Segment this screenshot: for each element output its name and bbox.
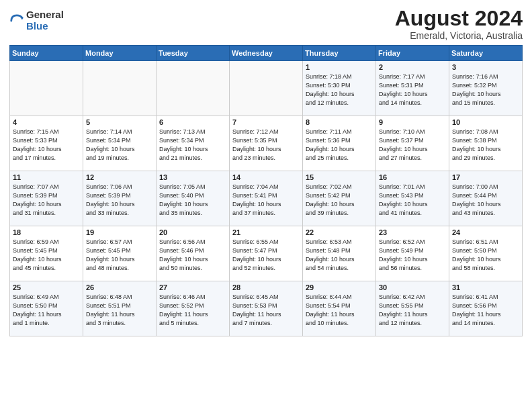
day-number: 13 [159, 173, 226, 181]
calendar-cell: 4Sunrise: 7:15 AM Sunset: 5:33 PM Daylig… [10, 116, 83, 171]
calendar-cell: 8Sunrise: 7:11 AM Sunset: 5:36 PM Daylig… [303, 116, 376, 171]
calendar-cell [157, 61, 230, 116]
day-number: 2 [379, 63, 446, 71]
day-number: 6 [159, 118, 226, 126]
calendar-cell: 23Sunrise: 6:52 AM Sunset: 5:49 PM Dayli… [376, 226, 449, 281]
calendar-week-row-5: 25Sunrise: 6:49 AM Sunset: 5:50 PM Dayli… [10, 281, 523, 336]
day-number: 31 [452, 283, 519, 291]
calendar-week-row-1: 1Sunrise: 7:18 AM Sunset: 5:30 PM Daylig… [10, 61, 523, 116]
day-number: 11 [13, 173, 80, 181]
calendar-cell: 25Sunrise: 6:49 AM Sunset: 5:50 PM Dayli… [10, 281, 83, 336]
day-info: Sunrise: 6:59 AM Sunset: 5:45 PM Dayligh… [13, 238, 80, 273]
day-number: 15 [306, 173, 373, 181]
calendar-cell: 10Sunrise: 7:08 AM Sunset: 5:38 PM Dayli… [449, 116, 523, 171]
title-area: August 2024 Emerald, Victoria, Australia [395, 7, 523, 41]
day-info: Sunrise: 7:08 AM Sunset: 5:38 PM Dayligh… [452, 128, 519, 163]
calendar-cell [10, 61, 83, 116]
day-number: 9 [379, 118, 446, 126]
header-saturday: Saturday [449, 46, 523, 61]
logo-general-text: General [26, 9, 64, 21]
header-friday: Friday [376, 46, 449, 61]
calendar-cell: 27Sunrise: 6:46 AM Sunset: 5:52 PM Dayli… [157, 281, 230, 336]
day-number: 19 [86, 228, 153, 236]
calendar-cell: 5Sunrise: 7:14 AM Sunset: 5:34 PM Daylig… [83, 116, 157, 171]
calendar-cell: 11Sunrise: 7:07 AM Sunset: 5:39 PM Dayli… [10, 171, 83, 226]
calendar-cell: 1Sunrise: 7:18 AM Sunset: 5:30 PM Daylig… [303, 61, 376, 116]
day-info: Sunrise: 6:56 AM Sunset: 5:46 PM Dayligh… [159, 238, 226, 273]
calendar-cell: 19Sunrise: 6:57 AM Sunset: 5:45 PM Dayli… [83, 226, 157, 281]
calendar-cell: 29Sunrise: 6:44 AM Sunset: 5:54 PM Dayli… [303, 281, 376, 336]
day-info: Sunrise: 7:05 AM Sunset: 5:40 PM Dayligh… [159, 183, 226, 218]
calendar-cell: 15Sunrise: 7:02 AM Sunset: 5:42 PM Dayli… [303, 171, 376, 226]
calendar-cell: 16Sunrise: 7:01 AM Sunset: 5:43 PM Dayli… [376, 171, 449, 226]
day-number: 24 [452, 228, 519, 236]
calendar-cell: 17Sunrise: 7:00 AM Sunset: 5:44 PM Dayli… [449, 171, 523, 226]
calendar-cell: 13Sunrise: 7:05 AM Sunset: 5:40 PM Dayli… [157, 171, 230, 226]
day-number: 20 [159, 228, 226, 236]
day-info: Sunrise: 7:10 AM Sunset: 5:37 PM Dayligh… [379, 128, 446, 163]
day-info: Sunrise: 7:07 AM Sunset: 5:39 PM Dayligh… [13, 183, 80, 218]
day-number: 27 [159, 283, 226, 291]
day-info: Sunrise: 6:55 AM Sunset: 5:47 PM Dayligh… [232, 238, 300, 273]
day-info: Sunrise: 6:44 AM Sunset: 5:54 PM Dayligh… [306, 293, 373, 328]
day-info: Sunrise: 7:17 AM Sunset: 5:31 PM Dayligh… [379, 73, 446, 107]
header-sunday: Sunday [10, 46, 83, 61]
day-number: 23 [379, 228, 446, 236]
day-info: Sunrise: 7:06 AM Sunset: 5:39 PM Dayligh… [86, 183, 153, 218]
day-number: 29 [306, 283, 373, 291]
day-info: Sunrise: 6:53 AM Sunset: 5:48 PM Dayligh… [306, 238, 373, 273]
calendar-cell: 6Sunrise: 7:13 AM Sunset: 5:34 PM Daylig… [157, 116, 230, 171]
day-info: Sunrise: 7:04 AM Sunset: 5:41 PM Dayligh… [232, 183, 300, 218]
calendar-cell: 14Sunrise: 7:04 AM Sunset: 5:41 PM Dayli… [230, 171, 303, 226]
calendar-cell: 21Sunrise: 6:55 AM Sunset: 5:47 PM Dayli… [230, 226, 303, 281]
day-info: Sunrise: 7:12 AM Sunset: 5:35 PM Dayligh… [232, 128, 300, 163]
calendar-cell: 26Sunrise: 6:48 AM Sunset: 5:51 PM Dayli… [83, 281, 157, 336]
header-monday: Monday [83, 46, 157, 61]
calendar-cell: 31Sunrise: 6:41 AM Sunset: 5:56 PM Dayli… [449, 281, 523, 336]
day-info: Sunrise: 6:57 AM Sunset: 5:45 PM Dayligh… [86, 238, 153, 273]
day-number: 26 [86, 283, 153, 291]
logo-text: General Blue [26, 9, 64, 32]
calendar-cell: 28Sunrise: 6:45 AM Sunset: 5:53 PM Dayli… [230, 281, 303, 336]
calendar-cell [83, 61, 157, 116]
day-info: Sunrise: 7:11 AM Sunset: 5:36 PM Dayligh… [306, 128, 373, 163]
calendar-week-row-2: 4Sunrise: 7:15 AM Sunset: 5:33 PM Daylig… [10, 116, 523, 171]
day-info: Sunrise: 7:00 AM Sunset: 5:44 PM Dayligh… [452, 183, 519, 218]
calendar-cell: 12Sunrise: 7:06 AM Sunset: 5:39 PM Dayli… [83, 171, 157, 226]
day-number: 18 [13, 228, 80, 236]
calendar-cell: 22Sunrise: 6:53 AM Sunset: 5:48 PM Dayli… [303, 226, 376, 281]
day-number: 4 [13, 118, 80, 126]
day-headers-row: Sunday Monday Tuesday Wednesday Thursday… [10, 46, 523, 61]
day-info: Sunrise: 7:13 AM Sunset: 5:34 PM Dayligh… [159, 128, 226, 163]
day-number: 14 [232, 173, 300, 181]
logo: General Blue [9, 9, 64, 32]
day-info: Sunrise: 7:01 AM Sunset: 5:43 PM Dayligh… [379, 183, 446, 218]
day-number: 3 [452, 63, 519, 71]
header: General Blue August 2024 Emerald, Victor… [9, 7, 523, 41]
day-number: 1 [306, 63, 373, 71]
header-thursday: Thursday [303, 46, 376, 61]
calendar-cell: 3Sunrise: 7:16 AM Sunset: 5:32 PM Daylig… [449, 61, 523, 116]
day-info: Sunrise: 6:49 AM Sunset: 5:50 PM Dayligh… [13, 293, 80, 328]
day-number: 22 [306, 228, 373, 236]
calendar-week-row-4: 18Sunrise: 6:59 AM Sunset: 5:45 PM Dayli… [10, 226, 523, 281]
header-wednesday: Wednesday [230, 46, 303, 61]
logo-blue-text: Blue [26, 21, 64, 32]
calendar-title: August 2024 [395, 7, 523, 30]
day-info: Sunrise: 6:51 AM Sunset: 5:50 PM Dayligh… [452, 238, 519, 273]
calendar-week-row-3: 11Sunrise: 7:07 AM Sunset: 5:39 PM Dayli… [10, 171, 523, 226]
day-info: Sunrise: 6:52 AM Sunset: 5:49 PM Dayligh… [379, 238, 446, 273]
calendar-cell: 7Sunrise: 7:12 AM Sunset: 5:35 PM Daylig… [230, 116, 303, 171]
day-info: Sunrise: 7:14 AM Sunset: 5:34 PM Dayligh… [86, 128, 153, 163]
logo-icon [9, 13, 24, 28]
calendar-cell: 9Sunrise: 7:10 AM Sunset: 5:37 PM Daylig… [376, 116, 449, 171]
day-number: 28 [232, 283, 300, 291]
day-info: Sunrise: 7:15 AM Sunset: 5:33 PM Dayligh… [13, 128, 80, 163]
day-info: Sunrise: 6:48 AM Sunset: 5:51 PM Dayligh… [86, 293, 153, 328]
day-number: 7 [232, 118, 300, 126]
day-info: Sunrise: 6:45 AM Sunset: 5:53 PM Dayligh… [232, 293, 300, 328]
day-number: 10 [452, 118, 519, 126]
header-tuesday: Tuesday [157, 46, 230, 61]
day-number: 25 [13, 283, 80, 291]
calendar-cell: 2Sunrise: 7:17 AM Sunset: 5:31 PM Daylig… [376, 61, 449, 116]
